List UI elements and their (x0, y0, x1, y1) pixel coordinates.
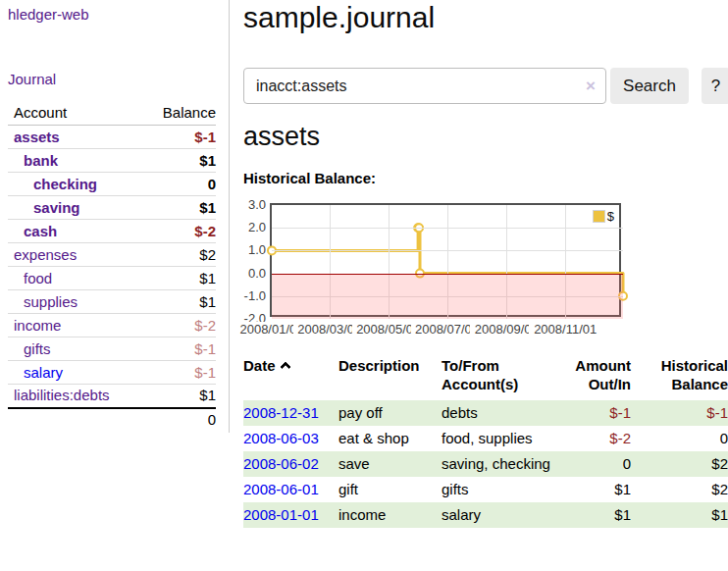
register-description-cell: pay off (338, 400, 442, 426)
account-balance: 0 (139, 173, 216, 196)
register-date-cell: 2008-12-31 (243, 400, 338, 426)
y-axis-tick-label: -1.0 (234, 288, 266, 303)
account-name-cell: income (8, 314, 139, 337)
app-title-link[interactable]: hledger-web (8, 6, 89, 23)
register-description-cell: income (338, 502, 442, 528)
help-button[interactable]: ? (702, 68, 728, 104)
register-date-cell: 2008-06-01 (243, 477, 338, 502)
register-row: 2008-12-31pay offdebts$-1$-1 (243, 400, 728, 426)
main-panel: sample.journal × Search ? assets Histori… (243, 0, 728, 571)
register-description-cell: eat & shop (338, 426, 442, 451)
account-balance: $-2 (139, 220, 216, 243)
account-table-body: assets$-1bank$1checking0saving$1cash$-2e… (8, 126, 216, 408)
register-row: 2008-06-03eat & shopfood, supplies$-20 (243, 426, 728, 451)
account-row: checking0 (8, 173, 216, 196)
account-heading: assets (243, 122, 320, 152)
search-button[interactable]: Search (610, 68, 689, 104)
sidebar-account-liabilities-debts[interactable]: liabilities:debts (14, 387, 110, 403)
accounts-column-header: To/From Account(s) (442, 354, 559, 400)
register-header-row: Date Description To/From Account(s) Amou… (243, 354, 728, 400)
account-total-row: 0 (8, 408, 216, 432)
transaction-date-link[interactable]: 2008-06-01 (243, 481, 319, 497)
sidebar-account-gifts[interactable]: gifts (24, 340, 51, 357)
account-name-cell: checking (8, 173, 139, 196)
sidebar-account-saving[interactable]: saving (33, 199, 80, 216)
sort-ascending-icon (280, 361, 290, 372)
account-balance: $1 (139, 196, 216, 220)
account-name-cell: assets (8, 126, 139, 149)
page-title: sample.journal (243, 1, 435, 34)
account-balance: $1 (139, 290, 216, 314)
register-accounts-cell: saving, checking (442, 451, 559, 477)
chart-label: Historical Balance: (243, 170, 376, 186)
register-accounts-cell: food, supplies (442, 426, 559, 451)
chart-plot: $ 3.02.01.00.0-1.0-2.02008/01/012008/03/… (270, 203, 621, 317)
account-total-spacer (8, 408, 139, 432)
account-name-cell: cash (8, 220, 139, 243)
sidebar-account-cash[interactable]: cash (24, 223, 57, 239)
register-table-body: 2008-12-31pay offdebts$-1$-12008-06-03ea… (243, 400, 728, 528)
register-accounts-cell: gifts (442, 477, 559, 502)
account-row: income$-2 (8, 314, 216, 337)
register-balance-cell: $2 (643, 451, 728, 477)
horizontal-gridline (272, 250, 623, 251)
account-row: supplies$1 (8, 290, 216, 314)
account-table-header-row: Account Balance (8, 101, 216, 126)
y-axis-tick-label: 0.0 (234, 266, 266, 281)
y-axis-tick-label: 3.0 (234, 197, 266, 212)
account-name-cell: supplies (8, 290, 139, 314)
sidebar-account-salary[interactable]: salary (24, 364, 63, 381)
register-balance-cell: $-1 (643, 400, 728, 426)
register-row: 2008-06-01giftgifts$1$2 (243, 477, 728, 502)
description-column-header: Description (338, 354, 442, 400)
account-row: liabilities:debts$1 (8, 385, 216, 408)
search-input-wrap: × (243, 68, 606, 104)
clear-search-icon[interactable]: × (586, 77, 596, 96)
account-balance: $-1 (139, 337, 216, 361)
legend-swatch-icon (593, 210, 605, 223)
balance-column-header: Balance (139, 101, 216, 126)
account-balance: $1 (139, 385, 216, 408)
search-form: × Search ? (243, 68, 728, 104)
horizontal-gridline (272, 228, 623, 229)
account-name-cell: saving (8, 196, 139, 220)
account-name-cell: food (8, 267, 139, 290)
register-accounts-cell: salary (442, 502, 559, 528)
account-name-cell: salary (8, 361, 139, 385)
sidebar-account-income[interactable]: income (14, 317, 61, 334)
transaction-date-link[interactable]: 2008-01-01 (243, 506, 319, 523)
account-balance: $1 (139, 149, 216, 173)
account-row: saving$1 (8, 196, 216, 220)
y-axis-tick-label: 1.0 (234, 242, 266, 257)
search-input[interactable] (243, 68, 606, 104)
negative-region (272, 274, 623, 319)
register-date-cell: 2008-06-03 (243, 426, 338, 451)
chart-legend: $ (592, 208, 615, 225)
account-column-header: Account (8, 101, 139, 126)
account-name-cell: gifts (8, 337, 139, 361)
transaction-date-link[interactable]: 2008-06-02 (243, 455, 319, 472)
sidebar-account-expenses[interactable]: expenses (14, 246, 77, 263)
account-row: assets$-1 (8, 126, 216, 149)
amount-column-header: Amount Out/In (559, 354, 643, 400)
register-row: 2008-01-01incomesalary$1$1 (243, 502, 728, 528)
sidebar-account-supplies[interactable]: supplies (24, 293, 78, 310)
register-date-cell: 2008-06-02 (243, 451, 338, 477)
transaction-date-link[interactable]: 2008-12-31 (243, 404, 319, 421)
account-row: food$1 (8, 267, 216, 290)
sidebar-account-checking[interactable]: checking (33, 176, 97, 192)
account-name-cell: liabilities:debts (8, 385, 139, 408)
legend-label: $ (607, 209, 614, 224)
sidebar-account-bank[interactable]: bank (24, 152, 58, 169)
date-column-header[interactable]: Date (243, 354, 338, 400)
account-balance: $-1 (139, 361, 216, 385)
register-amount-cell: $1 (559, 502, 643, 528)
nav-journal-link[interactable]: Journal (8, 71, 56, 87)
x-axis-tick-label: 2008/11/01 (529, 322, 601, 337)
account-balance: $-1 (139, 126, 216, 149)
register-description-cell: gift (338, 477, 442, 502)
sidebar-account-assets[interactable]: assets (14, 129, 60, 145)
sidebar: hledger-web Journal Account Balance asse… (0, 0, 229, 571)
transaction-date-link[interactable]: 2008-06-03 (243, 430, 319, 446)
sidebar-account-food[interactable]: food (24, 270, 52, 286)
